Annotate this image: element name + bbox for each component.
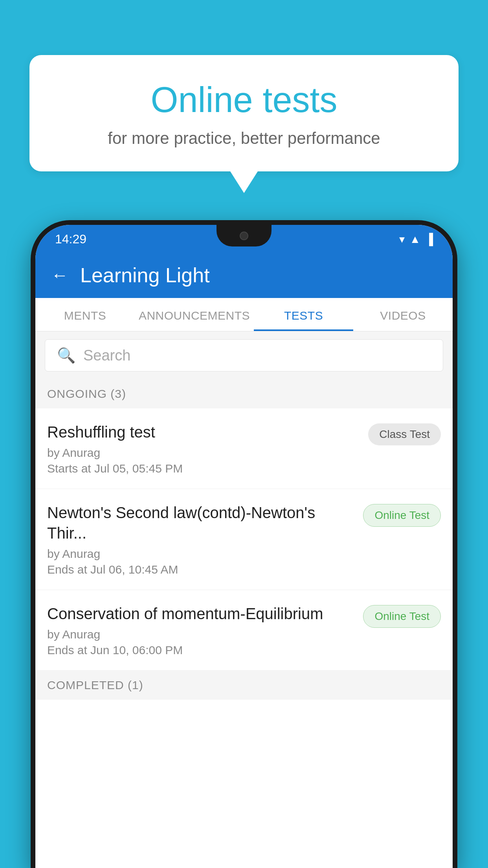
bubble-subtitle: for more practice, better performance xyxy=(61,129,427,148)
tab-assignments[interactable]: MENTS xyxy=(35,298,135,331)
ongoing-section-title: ONGOING (3) xyxy=(47,387,126,400)
tab-videos[interactable]: VIDEOS xyxy=(353,298,453,331)
search-container: 🔍 Search xyxy=(35,331,453,379)
app-bar: ← Learning Light xyxy=(35,252,453,298)
test-badge: Online Test xyxy=(363,504,441,527)
test-item[interactable]: Newton's Second law(contd)-Newton's Thir… xyxy=(35,489,453,590)
status-time: 14:29 xyxy=(55,232,86,246)
speech-bubble: Online tests for more practice, better p… xyxy=(29,55,459,171)
test-time: Starts at Jul 05, 05:45 PM xyxy=(47,462,360,475)
search-placeholder: Search xyxy=(83,347,130,364)
front-camera xyxy=(240,232,248,240)
status-icons: ▾ ▲ ▐ xyxy=(399,233,433,246)
ongoing-section-header: ONGOING (3) xyxy=(35,379,453,408)
phone-screen: 14:29 ▾ ▲ ▐ ← Learning Light MENTS ANNOU… xyxy=(35,225,453,868)
back-button[interactable]: ← xyxy=(51,265,68,285)
battery-icon: ▐ xyxy=(425,233,433,246)
speech-bubble-tail xyxy=(230,171,258,193)
test-name: Newton's Second law(contd)-Newton's Thir… xyxy=(47,502,355,543)
test-author: by Anurag xyxy=(47,547,355,561)
signal-icon: ▲ xyxy=(409,233,420,246)
test-item[interactable]: Conservation of momentum-Equilibrium by … xyxy=(35,590,453,671)
tabs-bar: MENTS ANNOUNCEMENTS TESTS VIDEOS xyxy=(35,298,453,331)
test-badge: Class Test xyxy=(368,423,441,445)
speech-bubble-container: Online tests for more practice, better p… xyxy=(29,55,459,193)
test-author: by Anurag xyxy=(47,628,355,641)
completed-section-header: COMPLETED (1) xyxy=(35,671,453,700)
search-bar[interactable]: 🔍 Search xyxy=(45,339,443,371)
tab-announcements[interactable]: ANNOUNCEMENTS xyxy=(135,298,254,331)
phone-frame: 14:29 ▾ ▲ ▐ ← Learning Light MENTS ANNOU… xyxy=(31,220,457,868)
tab-tests[interactable]: TESTS xyxy=(254,298,353,331)
test-info: Conservation of momentum-Equilibrium by … xyxy=(47,603,363,657)
app-bar-title: Learning Light xyxy=(80,263,210,287)
test-info: Newton's Second law(contd)-Newton's Thir… xyxy=(47,502,363,576)
test-badge: Online Test xyxy=(363,605,441,628)
phone-notch xyxy=(216,225,272,246)
test-item[interactable]: Reshuffling test by Anurag Starts at Jul… xyxy=(35,408,453,489)
test-time: Ends at Jul 06, 10:45 AM xyxy=(47,563,355,576)
test-info: Reshuffling test by Anurag Starts at Jul… xyxy=(47,422,368,475)
test-author: by Anurag xyxy=(47,446,360,460)
test-list: Reshuffling test by Anurag Starts at Jul… xyxy=(35,408,453,868)
completed-section-title: COMPLETED (1) xyxy=(47,679,143,691)
bubble-title: Online tests xyxy=(61,79,427,121)
test-time: Ends at Jun 10, 06:00 PM xyxy=(47,644,355,657)
test-name: Conservation of momentum-Equilibrium xyxy=(47,603,355,624)
test-name: Reshuffling test xyxy=(47,422,360,442)
search-icon: 🔍 xyxy=(57,347,75,364)
wifi-icon: ▾ xyxy=(399,233,405,246)
